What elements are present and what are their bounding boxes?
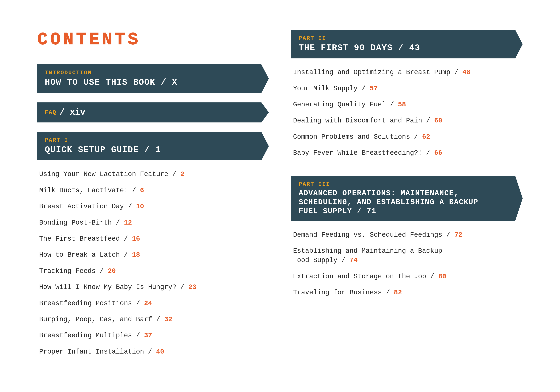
faq-title: / xiv: [60, 108, 85, 117]
intro-banner: INTRODUCTION HOW TO USE THIS BOOK / x: [37, 64, 269, 93]
list-item: Extraction and Storage on the Job / 80: [291, 272, 523, 281]
left-column: CONTENTS INTRODUCTION HOW TO USE THIS BO…: [37, 30, 269, 362]
list-item: Breastfeeding Multiples / 37: [37, 331, 269, 340]
list-item: Baby Fever While Breastfeeding?! / 66: [291, 148, 523, 158]
list-item: Proper Infant Installation / 40: [37, 347, 269, 357]
list-item: Bonding Post-Birth / 12: [37, 218, 269, 228]
list-item: Milk Ducts, Lactivate! / 6: [37, 186, 269, 195]
part2-entries: Installing and Optimizing a Breast Pump …: [291, 68, 523, 164]
part1-banner: PART I QUICK SETUP GUIDE / 1: [37, 132, 269, 160]
list-item: Breastfeeding Positions / 24: [37, 299, 269, 308]
part1-title: QUICK SETUP GUIDE / 1: [45, 145, 260, 155]
intro-part-label: INTRODUCTION: [45, 70, 260, 76]
intro-section-title: HOW TO USE THIS BOOK / x: [45, 78, 260, 88]
part2-banner: PART II THE FIRST 90 DAYS / 43: [291, 30, 523, 59]
part3-label: PART III: [299, 181, 513, 187]
part3-title: ADVANCED OPERATIONS: MAINTENANCE,SCHEDUL…: [299, 189, 513, 216]
list-item: How to Break a Latch / 18: [37, 250, 269, 260]
part2-label: PART II: [299, 35, 513, 41]
part3-entries: Demand Feeding vs. Scheduled Feedings / …: [291, 230, 523, 304]
list-item: Dealing with Discomfort and Pain / 60: [291, 116, 523, 125]
list-item: Breast Activation Day / 10: [37, 202, 269, 211]
list-item: How Will I Know My Baby Is Hungry? / 23: [37, 283, 269, 292]
list-item: Your Milk Supply / 57: [291, 84, 523, 93]
list-item: The First Breastfeed / 16: [37, 234, 269, 244]
part2-title: THE FIRST 90 DAYS / 43: [299, 43, 513, 53]
list-item: Tracking Feeds / 20: [37, 267, 269, 276]
list-item: Traveling for Business / 82: [291, 288, 523, 297]
list-item: Installing and Optimizing a Breast Pump …: [291, 68, 523, 77]
list-item: Generating Quality Fuel / 58: [291, 100, 523, 109]
faq-label: FAQ: [45, 109, 57, 116]
part1-label: PART I: [45, 137, 260, 143]
list-item: Establishing and Maintaining a BackupFoo…: [291, 246, 523, 265]
list-item: Common Problems and Solutions / 62: [291, 132, 523, 142]
faq-banner: FAQ / xiv: [37, 102, 269, 122]
part3-banner: PART III ADVANCED OPERATIONS: MAINTENANC…: [291, 176, 523, 221]
list-item: Using Your New Lactation Feature / 2: [37, 170, 269, 179]
right-column: PART II THE FIRST 90 DAYS / 43 Installin…: [291, 30, 523, 362]
list-item: Burping, Poop, Gas, and Barf / 32: [37, 315, 269, 324]
contents-title: CONTENTS: [37, 30, 269, 50]
list-item: Demand Feeding vs. Scheduled Feedings / …: [291, 230, 523, 240]
part1-entries: Using Your New Lactation Feature / 2 Mil…: [37, 170, 269, 363]
page: CONTENTS INTRODUCTION HOW TO USE THIS BO…: [0, 0, 560, 392]
